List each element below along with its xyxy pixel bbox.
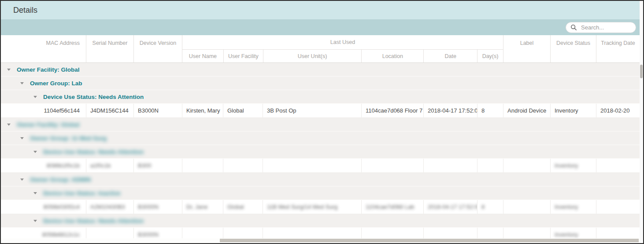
column-header-status[interactable]: Device Status bbox=[550, 35, 596, 62]
cell-mac: 8056b030f2c4 bbox=[1, 200, 86, 214]
search-input[interactable] bbox=[580, 24, 631, 31]
horizontal-scrollbar-thumb[interactable] bbox=[220, 239, 639, 242]
cell-value: 8 bbox=[481, 107, 485, 114]
column-header-serial[interactable]: Serial Number bbox=[86, 35, 133, 62]
group-row-label: Device Use Status: Needs Attention bbox=[43, 149, 144, 155]
cell-value: Android Device bbox=[507, 107, 546, 114]
group-row[interactable]: Device Use Status: Needs Attention bbox=[1, 90, 640, 104]
column-header-date[interactable]: Date bbox=[423, 50, 477, 62]
cell-serial: A2M10430B3 bbox=[86, 200, 133, 214]
cell-value: 3B Post Op bbox=[267, 107, 296, 114]
collapse-triangle-icon[interactable] bbox=[33, 192, 37, 194]
cell-value: Dr, Jane bbox=[186, 204, 207, 210]
cell-version: B300 bbox=[133, 159, 182, 172]
group-row[interactable]: Device Use Status: Inactive bbox=[1, 186, 640, 200]
collapse-triangle-icon[interactable] bbox=[7, 69, 11, 71]
vertical-scrollbar-thumb[interactable] bbox=[640, 65, 643, 78]
table-row[interactable]: 1104ef56c144J4DM156C144B3000NKirsten, Ma… bbox=[1, 104, 640, 118]
table-header: MAC AddressSerial NumberDevice VersionLa… bbox=[1, 35, 640, 63]
table-row[interactable]: 8086b1f0c1ba1f0c1bB300Inventory bbox=[1, 159, 640, 173]
toolbar bbox=[1, 19, 640, 35]
cell-value: Inventory bbox=[555, 204, 578, 210]
column-header-label: Device Status bbox=[551, 40, 596, 62]
cell-value: 8086b1f0c1b bbox=[47, 162, 80, 169]
cell-status: Inventory bbox=[550, 104, 596, 117]
cell-mac: 1104ef56c144 bbox=[1, 104, 86, 117]
cell-value: Inventory bbox=[555, 107, 578, 114]
column-header-label: Day(s) bbox=[477, 53, 503, 59]
column-header-label: User Unit(s) bbox=[263, 53, 362, 59]
search-box[interactable] bbox=[566, 22, 636, 33]
column-group-label: Last Used bbox=[182, 35, 503, 50]
group-row-label: Owner Facility: Global bbox=[17, 121, 80, 128]
column-header-tracking[interactable]: Tracking Date bbox=[596, 35, 640, 62]
column-header-label: Tracking Date bbox=[596, 40, 640, 62]
cell-value: 2018-04-17 17:52:09 bbox=[428, 204, 477, 210]
cell-label bbox=[503, 200, 550, 214]
cell-label: Android Device bbox=[503, 104, 550, 117]
group-row-label: Owner Group: Lab bbox=[30, 80, 82, 87]
cell-location: 1104cae7d068 Lab bbox=[361, 200, 423, 214]
cell-date: 2018-04-17 17:52:09 bbox=[423, 200, 477, 214]
cell-days: 8 bbox=[477, 104, 503, 117]
group-row[interactable]: Owner Group: 11 Med Surg bbox=[1, 131, 640, 145]
column-header-mac[interactable]: MAC Address bbox=[1, 35, 86, 62]
collapse-triangle-icon[interactable] bbox=[33, 151, 37, 153]
column-header-user_facility[interactable]: User Facility bbox=[223, 50, 263, 62]
cell-user_name bbox=[182, 159, 223, 172]
column-header-label: Location bbox=[362, 53, 423, 59]
collapse-triangle-icon[interactable] bbox=[20, 178, 24, 181]
column-header-user_units[interactable]: User Unit(s) bbox=[263, 50, 362, 62]
cell-value: 1104ef56c144 bbox=[44, 107, 80, 114]
cell-date: 2018-04-17 17:52:09 bbox=[423, 104, 477, 117]
cell-user_units: 3B Post Op bbox=[263, 104, 361, 117]
cell-value: B3000N bbox=[138, 107, 159, 114]
horizontal-scrollbar[interactable] bbox=[1, 238, 640, 243]
group-row[interactable]: Device Use Status: Needs Attention bbox=[1, 145, 640, 159]
group-row[interactable]: Owner Group: Lab bbox=[1, 76, 640, 90]
cell-serial: J4DM156C144 bbox=[86, 104, 133, 117]
title-bar: Details bbox=[1, 1, 640, 19]
column-header-location[interactable]: Location bbox=[361, 50, 423, 62]
column-header-version[interactable]: Device Version bbox=[133, 35, 182, 62]
cell-value: Global bbox=[227, 204, 244, 210]
collapse-triangle-icon[interactable] bbox=[20, 137, 24, 139]
cell-tracking bbox=[596, 200, 640, 214]
page-title: Details bbox=[13, 6, 37, 15]
column-header-user_name[interactable]: User Name bbox=[182, 50, 223, 62]
vertical-scrollbar-track[interactable] bbox=[640, 1, 643, 243]
cell-value: B300 bbox=[138, 162, 151, 169]
cell-status: Inventory bbox=[550, 159, 596, 172]
group-row-label: Device Use Status: Needs Attention bbox=[43, 94, 144, 100]
group-row[interactable]: Owner Group: ADMIN bbox=[1, 173, 640, 186]
cell-location: 1104cae7d068 Floor 7 bbox=[361, 104, 423, 117]
column-header-label: Label bbox=[503, 40, 550, 62]
column-header-label: Device Version bbox=[134, 40, 182, 62]
column-header-label[interactable]: Label bbox=[503, 35, 550, 62]
group-row[interactable]: Owner Facility: Global bbox=[1, 63, 640, 76]
collapse-triangle-icon[interactable] bbox=[7, 124, 11, 126]
group-row-label: Device Use Status: Needs Attention bbox=[43, 218, 144, 224]
collapse-triangle-icon[interactable] bbox=[33, 96, 37, 98]
cell-value: Kirsten, Mary bbox=[186, 107, 220, 114]
cell-user_name: Dr, Jane bbox=[182, 200, 223, 214]
table-body: Owner Facility: GlobalOwner Group: LabDe… bbox=[1, 63, 640, 243]
cell-label bbox=[503, 159, 550, 172]
group-row[interactable]: Owner Facility: Global bbox=[1, 118, 640, 131]
column-header-days[interactable]: Day(s) bbox=[477, 50, 503, 62]
cell-value: 8056b030f2c4 bbox=[44, 204, 80, 210]
cell-user_units bbox=[263, 159, 361, 172]
group-row[interactable]: Device Use Status: Needs Attention bbox=[1, 214, 640, 228]
cell-value: B3000N bbox=[138, 231, 159, 238]
cell-serial: a1f0c1b bbox=[86, 159, 133, 172]
cell-value: 8056b6812c1c bbox=[42, 231, 80, 238]
cell-days: 8 bbox=[477, 200, 503, 214]
cell-user_name: Kirsten, Mary bbox=[182, 104, 223, 117]
collapse-triangle-icon[interactable] bbox=[20, 82, 24, 84]
table-row[interactable]: 8056b030f2c4A2M10430B3B3000NDr, JaneGlob… bbox=[1, 200, 640, 214]
column-group-last-used: Last UsedUser NameUser FacilityUser Unit… bbox=[182, 35, 503, 62]
cell-user_facility: Global bbox=[223, 200, 263, 214]
cell-value: B3000N bbox=[138, 204, 159, 210]
collapse-triangle-icon[interactable] bbox=[33, 220, 37, 222]
cell-date bbox=[423, 159, 477, 172]
